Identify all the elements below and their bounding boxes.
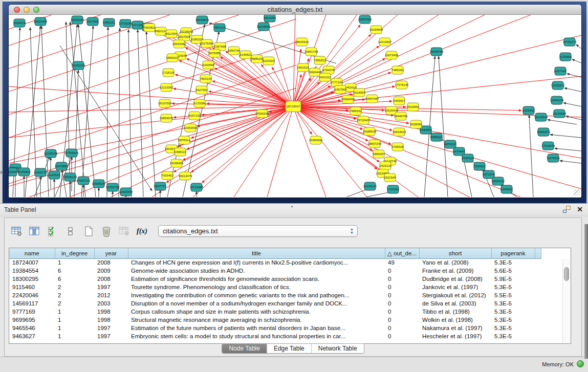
network-node[interactable]: 3624554 (353, 89, 365, 97)
network-node[interactable]: 9245652 (500, 185, 513, 193)
network-node[interactable]: 20206535 (44, 149, 58, 158)
network-node[interactable]: 7632621 (473, 162, 486, 170)
network-node[interactable]: 12444138 (550, 96, 564, 104)
table-scrollbar-thumb[interactable] (564, 267, 569, 281)
close-window-button[interactable] (14, 7, 20, 13)
show-column-icon[interactable] (28, 224, 41, 238)
network-node[interactable]: 15716485 (190, 183, 204, 191)
close-panel-icon[interactable]: ✕ (577, 206, 583, 213)
network-node[interactable]: 18033809 (195, 16, 209, 24)
network-canvas[interactable]: 4035574206914061065328715276026466161107… (9, 15, 581, 197)
column-header-name[interactable]: name (9, 248, 55, 258)
network-node[interactable]: 18107554 (158, 99, 172, 107)
network-node[interactable]: 9657771 (154, 182, 166, 190)
network-node[interactable]: 19654923 (393, 128, 406, 136)
network-node[interactable]: 20364456 (341, 95, 355, 103)
network-node[interactable]: 18495784 (394, 112, 408, 120)
table-row[interactable]: 946554611997Estimation of the future num… (9, 324, 541, 332)
network-node[interactable]: 1615132 (379, 162, 391, 170)
network-node[interactable]: 6879197 (444, 140, 456, 148)
network-node[interactable]: 8215953 (522, 106, 535, 115)
network-node[interactable]: 7663822 (143, 24, 156, 32)
network-node[interactable]: 4035574 (13, 19, 26, 27)
network-node[interactable]: 19384554 (309, 136, 323, 144)
network-view-window[interactable]: citations_edges.txt 40355742069140610653… (9, 5, 581, 198)
network-node[interactable]: 1527602 (86, 17, 99, 26)
network-node[interactable]: 10973493 (385, 51, 399, 59)
table-row[interactable]: 1456911722003Disruption of a novel membe… (9, 299, 541, 308)
column-header-year[interactable]: year (94, 248, 128, 258)
network-node[interactable]: 2718126 (162, 69, 175, 77)
table-row[interactable]: 1938455462009Genome-wide association stu… (9, 267, 541, 275)
network-node[interactable]: 8912954 (165, 30, 178, 38)
network-node[interactable]: 8427552 (195, 86, 208, 94)
network-node[interactable]: 16099483 (170, 159, 184, 167)
function-builder-icon[interactable]: f(x) (135, 224, 149, 238)
network-node[interactable]: 7803144 (200, 75, 212, 83)
table-mode-icon[interactable] (10, 224, 24, 238)
network-node[interactable]: 20691406 (34, 17, 48, 26)
network-node[interactable]: 12213967 (378, 38, 392, 46)
network-node[interactable]: 1733426 (387, 185, 399, 193)
column-header-out_de[interactable]: △ out_de... (385, 248, 419, 258)
network-node[interactable]: 7955812 (314, 56, 326, 64)
network-node[interactable]: 17016534 (541, 142, 555, 150)
network-node[interactable]: 15275084 (200, 39, 214, 48)
network-node[interactable]: 18724007 (286, 101, 301, 112)
network-node[interactable]: 15751074 (563, 38, 577, 46)
window-resize-grip[interactable] (574, 189, 580, 196)
network-node[interactable]: 12942737 (34, 168, 48, 177)
network-node[interactable]: 14136141 (363, 182, 377, 190)
panel-right-scrollbar[interactable] (584, 224, 588, 359)
network-node[interactable]: 16210643 (534, 113, 548, 121)
table-row[interactable]: 1872400712008Changes of HCN gene express… (9, 258, 541, 267)
network-node[interactable]: 8958924 (430, 133, 443, 141)
network-node[interactable]: 10958187 (92, 180, 106, 188)
network-node[interactable]: 9756928 (391, 143, 404, 151)
column-header-in_degree[interactable]: in_degree (55, 248, 94, 258)
table-row[interactable]: 2242004622012Investigating the contribut… (9, 291, 541, 299)
network-node[interactable]: 17359924 (65, 149, 79, 157)
network-node[interactable]: 16648784 (430, 48, 444, 56)
network-node[interactable]: 7425402 (161, 171, 173, 180)
network-node[interactable]: 12353594 (184, 124, 198, 132)
table-row[interactable]: 911546021997Tourette syndrome. Phenomeno… (9, 283, 541, 291)
network-node[interactable]: 12923445 (119, 188, 133, 196)
splitter-handle-icon[interactable]: ▲ (290, 204, 294, 208)
column-header-pagerank[interactable]: pagerank (491, 248, 535, 258)
network-node[interactable]: 5498222 (174, 148, 186, 156)
table-row[interactable]: 1830029562008Estimation of significance … (9, 275, 541, 283)
window-titlebar[interactable]: citations_edges.txt (9, 5, 581, 15)
network-node[interactable]: 2522549 (384, 173, 396, 182)
column-header-short[interactable]: short (419, 248, 491, 258)
network-node[interactable]: 7986532 (350, 107, 362, 115)
tab-network-table[interactable]: Network Table (312, 344, 364, 353)
rows-icon[interactable] (63, 224, 77, 238)
network-node[interactable]: 9621012 (319, 73, 331, 81)
network-node[interactable]: 9242848 (202, 61, 214, 69)
network-node[interactable]: 7485063 (391, 66, 404, 74)
network-node[interactable]: 10719184 (119, 19, 133, 28)
network-node[interactable]: 12093872 (551, 81, 565, 90)
delete-rows-icon[interactable] (99, 224, 113, 238)
network-node[interactable]: 8267130 (188, 112, 201, 120)
network-node[interactable]: 6466161 (103, 18, 115, 27)
network-node[interactable]: 9463627 (393, 97, 405, 105)
network-node[interactable]: 20053346 (72, 61, 85, 70)
network-node[interactable]: 9684067 (373, 150, 385, 158)
network-node[interactable]: 12213363 (160, 83, 173, 92)
network-node[interactable]: 10807487 (365, 95, 379, 103)
table-select-dropdown[interactable]: citations_edges.txt ▲▼ (158, 225, 358, 237)
network-node[interactable]: 6497568 (334, 85, 346, 94)
network-node[interactable]: 15885203 (250, 55, 264, 63)
network-node[interactable]: 16782753 (106, 183, 120, 191)
network-node[interactable]: 18807249 (368, 140, 382, 148)
network-node[interactable]: 15892971 (537, 128, 551, 136)
panel-expand-arrow-icon[interactable] (1, 170, 3, 174)
network-node[interactable]: 10975887 (55, 162, 69, 170)
network-node[interactable]: 20587682 (358, 15, 372, 24)
network-node[interactable]: 17375135 (395, 81, 409, 89)
network-node[interactable]: 16914479 (179, 172, 192, 180)
network-node[interactable]: 10653287 (71, 16, 84, 24)
new-table-icon[interactable] (81, 224, 95, 238)
